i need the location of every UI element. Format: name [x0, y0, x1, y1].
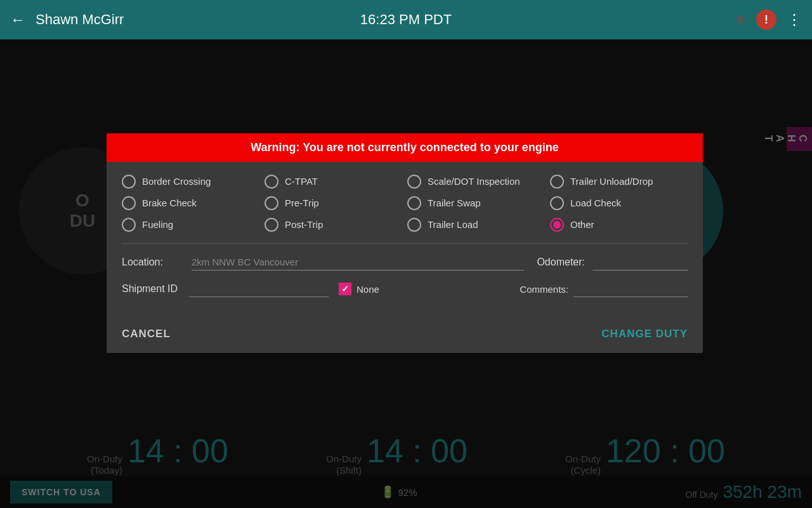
radio-brake-check[interactable] [122, 196, 136, 210]
radio-trailer-unload[interactable] [550, 175, 564, 189]
radio-load-check[interactable] [550, 196, 564, 210]
shipment-input[interactable] [189, 281, 329, 297]
cancel-button[interactable]: CANCEL [122, 328, 171, 340]
radio-post-trip[interactable] [265, 218, 278, 232]
comments-section: Comments: [520, 281, 688, 297]
header-icons: ✱ ! ⋮ [735, 10, 802, 30]
option-brake-check[interactable]: Brake Check [122, 196, 259, 210]
location-label: Location: [122, 257, 179, 268]
option-post-trip[interactable]: Post-Trip [265, 218, 402, 232]
option-scale-dot[interactable]: Scale/DOT Inspection [407, 175, 545, 189]
radio-scale-dot[interactable] [407, 175, 421, 189]
location-odometer-row: Location: Odometer: [122, 254, 688, 271]
shipment-label: Shipment ID [122, 283, 179, 295]
comments-label: Comments: [520, 284, 568, 295]
bluetooth-icon: ✱ [735, 12, 746, 27]
form-divider [122, 243, 688, 244]
warning-bar: Warning: You are not currently connected… [107, 133, 703, 162]
radio-border-crossing[interactable] [122, 175, 136, 189]
option-c-tpat[interactable]: C-TPAT [265, 175, 402, 189]
option-trailer-load[interactable]: Trailer Load [407, 218, 545, 232]
time-display: 16:23 PM PDT [360, 11, 452, 28]
dialog-body: Border Crossing C-TPAT Scale/DOT Inspect… [107, 162, 703, 318]
none-checkbox[interactable] [339, 283, 351, 295]
shipment-comments-row: Shipment ID None Comments: [122, 281, 688, 297]
option-border-crossing[interactable]: Border Crossing [122, 175, 259, 189]
radio-trailer-load[interactable] [407, 218, 421, 232]
location-input[interactable] [192, 254, 524, 271]
alert-icon[interactable]: ! [756, 10, 776, 30]
radio-options-grid: Border Crossing C-TPAT Scale/DOT Inspect… [122, 175, 688, 232]
change-duty-dialog: Warning: You are not currently connected… [107, 133, 703, 353]
option-trailer-unload[interactable]: Trailer Unload/Drop [550, 175, 688, 189]
option-trailer-swap[interactable]: Trailer Swap [407, 196, 545, 210]
radio-other[interactable] [550, 218, 564, 232]
odometer-input[interactable] [593, 254, 688, 271]
odometer-label: Odometer: [537, 257, 585, 268]
option-pre-trip[interactable]: Pre-Trip [265, 196, 402, 210]
change-duty-button[interactable]: CHANGE DUTY [601, 328, 688, 340]
radio-trailer-swap[interactable] [407, 196, 421, 210]
more-options-icon[interactable]: ⋮ [787, 11, 802, 29]
odometer-section: Odometer: [537, 254, 688, 271]
radio-fueling[interactable] [122, 218, 136, 232]
radio-pre-trip[interactable] [265, 196, 278, 210]
option-load-check[interactable]: Load Check [550, 196, 688, 210]
radio-c-tpat[interactable] [265, 175, 278, 189]
dialog-footer: CANCEL CHANGE DUTY [107, 318, 703, 353]
option-other[interactable]: Other [550, 218, 688, 232]
app-header: ← Shawn McGirr 16:23 PM PDT ✱ ! ⋮ [0, 0, 812, 39]
none-label: None [357, 284, 379, 295]
comments-input[interactable] [573, 281, 688, 297]
driver-name: Shawn McGirr [36, 11, 124, 28]
back-button[interactable]: ← [10, 11, 25, 29]
none-checkbox-container[interactable]: None [339, 283, 379, 295]
option-fueling[interactable]: Fueling [122, 218, 259, 232]
